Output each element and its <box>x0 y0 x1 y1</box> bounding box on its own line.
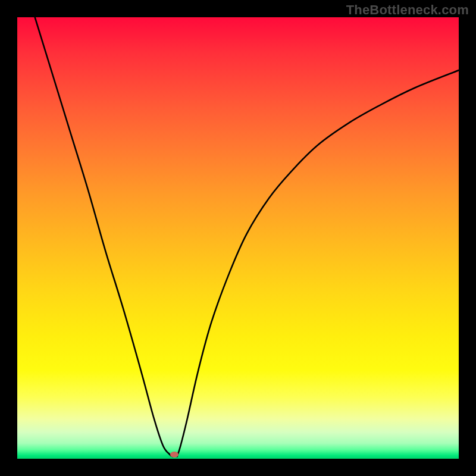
chart-frame: TheBottleneck.com <box>0 0 476 476</box>
watermark-text: TheBottleneck.com <box>346 2 469 18</box>
optimum-marker <box>170 452 178 458</box>
bottleneck-curve <box>17 17 459 459</box>
plot-area <box>17 17 459 459</box>
